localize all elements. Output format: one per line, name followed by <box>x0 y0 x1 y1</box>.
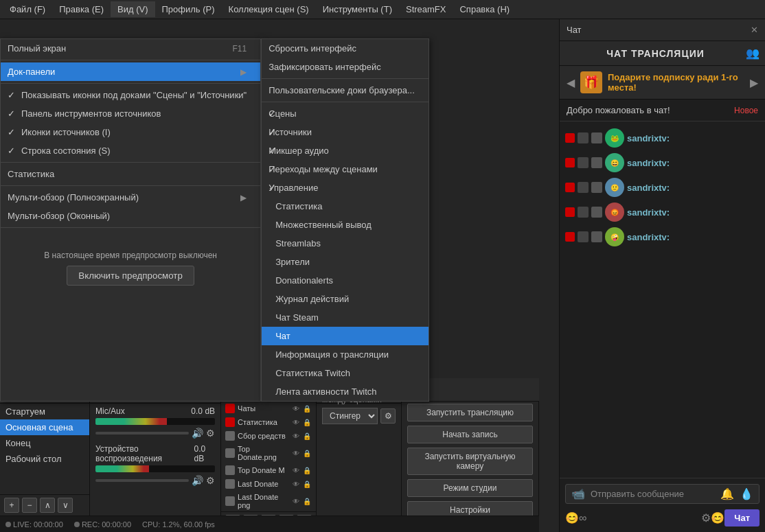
chat-infinity-icon[interactable]: ∞ <box>579 512 586 524</box>
audio-device-slider[interactable] <box>95 479 189 482</box>
source-img-icon-last-donate-png <box>225 496 235 506</box>
menu-dock-chat[interactable]: Чат <box>262 327 429 345</box>
source-actions-stats: 👁 🔒 <box>291 417 312 427</box>
menu-streamfx[interactable]: StreamFX <box>399 1 453 17</box>
scenes-panel: Сцены ⋮ Стартуем Основная сцена Конец Ра… <box>0 386 90 516</box>
source-eye-icon-last-donate[interactable]: 👁 <box>291 479 301 489</box>
menu-dock-viewers[interactable]: Зрители <box>262 253 429 271</box>
source-eye-icon-fundraising[interactable]: 👁 <box>291 431 301 441</box>
chat-emote-icon[interactable]: 😊 <box>565 511 579 524</box>
transition-select[interactable]: Стингер <box>322 408 378 424</box>
menu-stats[interactable]: Статистика <box>1 165 260 183</box>
scene-item-desktop[interactable]: Рабочий стол <box>0 451 89 467</box>
source-lock-icon-last-donate-png[interactable]: 🔒 <box>302 496 312 506</box>
menu-tools[interactable]: Инструменты (T) <box>316 1 399 17</box>
menu-reset-interface[interactable]: Сбросить интерфейс <box>262 39 429 58</box>
menu-file[interactable]: Файл (F) <box>3 1 52 17</box>
source-item-chats[interactable]: Чаты 👁 🔒 <box>221 402 316 415</box>
audio-mic-vol-icon[interactable]: 🔊 <box>192 428 203 439</box>
scene-item-end[interactable]: Конец <box>0 435 89 451</box>
menu-dock-statistics[interactable]: Статистика <box>262 197 429 216</box>
source-lock-icon-chats[interactable]: 🔒 <box>302 404 312 413</box>
menu-view[interactable]: Вид (V) <box>111 1 155 17</box>
source-item-top-donate-m[interactable]: Top Donate M 👁 🔒 <box>221 463 316 477</box>
source-lock-icon-last-donate[interactable]: 🔒 <box>302 479 312 489</box>
gift-right-arrow[interactable]: ▶ <box>750 76 758 89</box>
msg-badge2-5 <box>591 231 602 242</box>
source-eye-icon-top-donate-png[interactable]: 👁 <box>291 448 301 458</box>
remove-scene-button[interactable]: − <box>22 498 37 513</box>
chat-bell-button[interactable]: 🔔 <box>720 487 734 500</box>
chat-users-icon[interactable]: 👥 <box>746 47 760 60</box>
move-scene-up-button[interactable]: ∧ <box>40 498 55 513</box>
move-scene-down-button[interactable]: ∨ <box>58 498 73 513</box>
chat-message-3: 🙂 sandrixtv: <box>560 175 765 200</box>
menu-source-icons[interactable]: Иконки источников (I) <box>1 123 260 141</box>
source-item-stats[interactable]: Статистика 👁 🔒 <box>221 415 316 429</box>
start-recording-button[interactable]: Начать запись <box>407 426 533 443</box>
scenes-controls: + − ∧ ∨ <box>0 494 89 516</box>
source-eye-icon-chats[interactable]: 👁 <box>291 404 301 413</box>
menu-dock-sources[interactable]: Источники <box>262 123 429 141</box>
source-eye-icon-last-donate-png[interactable]: 👁 <box>291 496 301 506</box>
menu-status-bar[interactable]: Строка состояния (S) <box>1 141 260 160</box>
menu-fullscreen[interactable]: Полный экран F11 <box>1 39 260 58</box>
audio-device-vol-icon[interactable]: 🔊 <box>192 475 203 486</box>
scene-item-start[interactable]: Стартуем <box>0 404 89 419</box>
source-lock-icon-fundraising[interactable]: 🔒 <box>302 431 312 441</box>
transition-settings-button[interactable]: ⚙ <box>380 408 396 424</box>
studio-mode-button[interactable]: Режим студии <box>407 479 533 497</box>
start-stream-button[interactable]: Запустить трансляцию <box>407 404 533 421</box>
audio-mic-gear-icon[interactable]: ⚙ <box>206 428 215 439</box>
source-actions-chats: 👁 🔒 <box>291 404 312 413</box>
menu-multiview-window[interactable]: Мульти-обзор (Оконный) <box>1 207 260 225</box>
source-item-last-donate[interactable]: Last Donate 👁 🔒 <box>221 477 316 491</box>
source-lock-icon-stats[interactable]: 🔒 <box>302 417 312 427</box>
menu-dock-stream-info[interactable]: Информация о трансляции <box>262 345 429 364</box>
menu-dock-action-log[interactable]: Журнал действий <box>262 290 429 308</box>
source-eye-icon-stats[interactable]: 👁 <box>291 417 301 427</box>
chat-at-button[interactable]: 💧 <box>740 487 753 500</box>
menu-dock-streamlabs[interactable]: Streamlabs <box>262 234 429 253</box>
menu-lock-interface[interactable]: Зафиксировать интерфейс <box>262 58 429 76</box>
menu-dock-multioutput[interactable]: Множественный вывод <box>262 216 429 234</box>
source-img-icon-top-donate-m <box>225 465 235 475</box>
gift-left-arrow[interactable]: ◀ <box>567 76 575 89</box>
chat-gear-button[interactable]: ⚙ <box>701 511 711 524</box>
menu-sources-toolbar[interactable]: Панель инструментов источников <box>1 104 260 123</box>
menu-custom-browser-docks[interactable]: Пользовательские доки браузера... <box>262 81 429 100</box>
menu-edit[interactable]: Правка (E) <box>52 1 111 17</box>
menu-dock-donationalerts[interactable]: Donationalerts <box>262 271 429 290</box>
menu-scene-collection[interactable]: Коллекция сцен (S) <box>222 1 316 17</box>
source-actions-top-donate-m: 👁 🔒 <box>291 465 312 475</box>
start-virtual-camera-button[interactable]: Запустить виртуальную камеру <box>407 448 533 475</box>
menu-dock-controls[interactable]: Управление <box>262 178 429 197</box>
menu-dock-panels[interactable]: Док-панели ▶ <box>1 62 260 81</box>
enable-preview-button[interactable]: Включить предпросмотр <box>67 266 194 286</box>
chat-close-icon[interactable]: ✕ <box>751 25 758 35</box>
menu-dock-twitch-activity[interactable]: Лента активности Twitch <box>262 382 429 401</box>
menu-dock-twitch-stats[interactable]: Статистика Twitch <box>262 364 429 382</box>
menu-dock-chat-steam[interactable]: Чат Steam <box>262 308 429 327</box>
source-eye-icon-top-donate-m[interactable]: 👁 <box>291 465 301 475</box>
chat-send-button[interactable]: Чат <box>724 509 760 527</box>
menu-dock-transitions[interactable]: Переходы между сценами <box>262 160 429 178</box>
msg-badge-2 <box>578 157 589 168</box>
menu-show-icons[interactable]: Показывать иконки под доками "Сцены" и "… <box>1 86 260 104</box>
source-item-last-donate-png[interactable]: Last Donate png 👁 🔒 <box>221 491 316 511</box>
menu-help[interactable]: Справка (H) <box>453 1 516 17</box>
msg-avatar-4: 😡 <box>605 203 624 222</box>
audio-device-gear-icon[interactable]: ⚙ <box>206 475 215 486</box>
menu-multiview-full[interactable]: Мульти-обзор (Полноэкранный) ▶ <box>1 188 260 207</box>
source-lock-icon-top-donate-m[interactable]: 🔒 <box>302 465 312 475</box>
menu-profile[interactable]: Профиль (P) <box>155 1 222 17</box>
source-lock-icon-top-donate-png[interactable]: 🔒 <box>302 448 312 458</box>
scene-item-main[interactable]: Основная сцена <box>0 419 89 435</box>
audio-mic-slider[interactable] <box>95 432 189 435</box>
source-item-top-donate-png[interactable]: Top Donate.png 👁 🔒 <box>221 443 316 463</box>
menu-dock-audio[interactable]: Микшер аудио <box>262 141 429 160</box>
menu-dock-scenes[interactable]: Сцены <box>262 104 429 123</box>
chat-smile-button[interactable]: 😊 <box>711 511 724 524</box>
add-scene-button[interactable]: + <box>4 498 19 513</box>
source-item-fundraising[interactable]: Сбор средств 👁 🔒 <box>221 429 316 443</box>
